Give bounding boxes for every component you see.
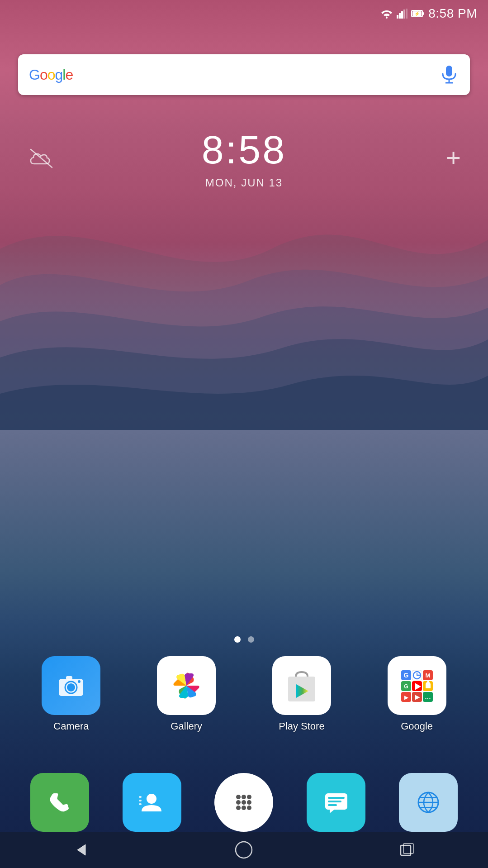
svg-rect-4 bbox=[403, 10, 405, 19]
google-folder-icon[interactable]: G M G ▶ bbox=[388, 656, 446, 715]
google-logo: Google bbox=[29, 67, 73, 83]
camera-label: Camera bbox=[53, 720, 89, 732]
home-button[interactable] bbox=[230, 836, 257, 863]
svg-text:…: … bbox=[425, 693, 431, 701]
dock-item-browser[interactable] bbox=[399, 773, 458, 832]
logo-o2: o bbox=[47, 67, 55, 83]
logo-o1: o bbox=[40, 67, 47, 83]
svg-point-50 bbox=[242, 806, 246, 810]
svg-point-18 bbox=[78, 680, 81, 683]
svg-point-16 bbox=[67, 683, 75, 692]
svg-rect-10 bbox=[446, 66, 452, 76]
back-button[interactable] bbox=[68, 837, 94, 863]
app-item-gallery[interactable]: Gallery bbox=[150, 656, 223, 732]
page-dot-2 bbox=[248, 636, 254, 643]
svg-point-49 bbox=[236, 806, 241, 810]
svg-point-62 bbox=[236, 842, 252, 858]
page-dot-1 bbox=[234, 636, 241, 643]
status-bar: ⚡ 8:58 PM bbox=[0, 0, 488, 27]
app-grid: Camera Gallery bbox=[0, 636, 488, 741]
svg-rect-32 bbox=[426, 684, 431, 688]
svg-rect-41 bbox=[139, 800, 142, 801]
svg-rect-55 bbox=[328, 804, 337, 806]
svg-text:▶: ▶ bbox=[415, 693, 420, 701]
svg-rect-42 bbox=[139, 803, 142, 805]
clock-widget: 8:58 MON, JUN 13 + bbox=[0, 127, 488, 189]
google-folder-label: Google bbox=[401, 720, 433, 732]
dock-item-contacts[interactable] bbox=[123, 773, 181, 832]
svg-rect-5 bbox=[406, 9, 407, 19]
svg-point-44 bbox=[242, 795, 246, 799]
svg-point-0 bbox=[386, 17, 388, 19]
app-row-main: Camera Gallery bbox=[14, 656, 474, 732]
mic-icon[interactable] bbox=[439, 65, 459, 85]
messages-icon[interactable] bbox=[307, 773, 365, 832]
svg-point-46 bbox=[236, 800, 241, 805]
svg-text:M: M bbox=[426, 672, 431, 679]
dock-item-messages[interactable] bbox=[307, 773, 365, 832]
apps-grid-icon[interactable] bbox=[214, 773, 273, 832]
dock-item-phone[interactable] bbox=[30, 773, 89, 832]
svg-point-48 bbox=[247, 800, 251, 805]
gallery-app-icon[interactable] bbox=[157, 656, 216, 715]
status-icons: ⚡ 8:58 PM bbox=[380, 6, 477, 21]
svg-point-43 bbox=[236, 795, 241, 799]
status-time: 8:58 PM bbox=[428, 6, 477, 21]
svg-point-51 bbox=[247, 806, 251, 810]
gallery-label: Gallery bbox=[171, 720, 202, 732]
signal-icon bbox=[397, 9, 407, 19]
svg-point-39 bbox=[147, 794, 156, 804]
battery-charging-icon: ⚡ bbox=[411, 9, 425, 18]
dock bbox=[0, 773, 488, 832]
recent-button[interactable] bbox=[394, 837, 420, 863]
svg-rect-54 bbox=[328, 801, 341, 802]
logo-e: e bbox=[65, 67, 73, 83]
page-indicators bbox=[14, 636, 474, 643]
svg-rect-3 bbox=[401, 11, 403, 19]
svg-text:⚡: ⚡ bbox=[414, 11, 420, 17]
svg-rect-7 bbox=[422, 12, 424, 15]
svg-rect-53 bbox=[328, 797, 345, 799]
svg-point-45 bbox=[247, 795, 251, 799]
playstore-label: Play Store bbox=[279, 720, 325, 732]
weather-icon bbox=[27, 146, 59, 171]
svg-rect-17 bbox=[66, 676, 72, 680]
logo-g2: g bbox=[55, 67, 62, 83]
camera-app-icon[interactable] bbox=[42, 656, 100, 715]
svg-point-47 bbox=[242, 800, 246, 805]
svg-text:G: G bbox=[404, 672, 409, 679]
clock-time: 8:58 bbox=[202, 127, 286, 173]
google-search-bar[interactable]: Google bbox=[18, 54, 470, 95]
browser-icon[interactable] bbox=[399, 773, 458, 832]
app-item-playstore[interactable]: Play Store bbox=[265, 656, 338, 732]
clock-date: MON, JUN 13 bbox=[202, 176, 286, 189]
contacts-icon[interactable] bbox=[123, 773, 181, 832]
svg-marker-56 bbox=[330, 810, 334, 813]
logo-g: G bbox=[29, 67, 40, 83]
svg-rect-2 bbox=[399, 13, 401, 19]
phone-icon[interactable] bbox=[30, 773, 89, 832]
add-widget-button[interactable]: + bbox=[446, 145, 461, 171]
app-item-camera[interactable]: Camera bbox=[35, 656, 107, 732]
dock-item-apps[interactable] bbox=[214, 773, 273, 832]
playstore-app-icon[interactable] bbox=[272, 656, 331, 715]
svg-marker-61 bbox=[77, 844, 85, 855]
svg-rect-40 bbox=[139, 796, 142, 798]
nav-bar bbox=[0, 832, 488, 868]
svg-rect-1 bbox=[397, 15, 398, 19]
svg-text:G: G bbox=[404, 683, 408, 690]
wifi-icon bbox=[380, 9, 393, 19]
app-item-google[interactable]: G M G ▶ bbox=[381, 656, 453, 732]
